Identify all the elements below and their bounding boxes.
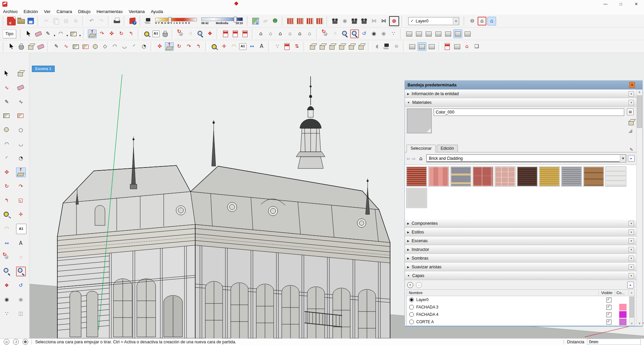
close-section-icon[interactable] [629, 229, 634, 235]
view-back-icon[interactable]: ⌂ [296, 29, 304, 38]
follow-me-icon[interactable]: ↷ [184, 42, 193, 51]
toolbar-handle[interactable] [3, 17, 5, 25]
paint-icon[interactable] [17, 42, 25, 51]
close-section-icon[interactable] [629, 100, 634, 105]
frustum-volume-icon[interactable]: ⋈ [379, 17, 388, 25]
offset-tool[interactable]: ↰ [2, 196, 12, 205]
position-camera-tool[interactable]: ◉ [2, 295, 12, 304]
user-status-icon[interactable]: ☻ [22, 339, 28, 345]
layer-row-corte-a[interactable]: CORTE A [407, 318, 629, 326]
orbit-icon[interactable] [176, 29, 185, 38]
distance-input[interactable] [587, 339, 641, 345]
texture-icon-1[interactable] [408, 42, 417, 51]
style-shaded-icon[interactable] [444, 29, 452, 38]
section-symbol-icon[interactable]: ⊖ [468, 17, 477, 25]
layer-visible-checkbox[interactable] [606, 312, 611, 317]
copy-icon[interactable] [52, 17, 61, 25]
in-model-icon[interactable] [627, 118, 634, 125]
soften-edges-icon[interactable]: ◖ [373, 42, 381, 51]
credits-status-icon[interactable]: i [13, 339, 19, 345]
text-icon[interactable]: A1 [152, 30, 160, 37]
menu-archivo[interactable]: Archivo [0, 9, 20, 14]
layer-row-corte-c[interactable]: CORTE C [407, 326, 629, 326]
weld-tool[interactable]: ∿ [2, 83, 12, 93]
eraser-icon[interactable] [36, 42, 45, 51]
section-materials[interactable]: Materiales [405, 98, 636, 107]
freehand-icon[interactable]: ∿ [62, 42, 70, 51]
close-section-icon[interactable] [629, 91, 634, 96]
zoom-extents-tool[interactable]: ❖ [2, 281, 12, 290]
tray-titlebar[interactable]: Bandeja predeterminada [405, 81, 642, 89]
three-point-arc-tool[interactable]: ◜ [2, 153, 12, 163]
arc-icon[interactable]: ◠ [56, 29, 65, 38]
zoom-window-tool[interactable] [16, 267, 26, 276]
menu-ayuda[interactable]: Ayuda [148, 9, 166, 14]
fog-icon[interactable]: ≋ [392, 42, 401, 51]
new-model-icon[interactable] [7, 17, 16, 25]
shadow-settings-icon[interactable] [144, 17, 153, 25]
view-left-icon[interactable]: ⌂ [305, 29, 314, 38]
tab-edicion[interactable]: Edición [437, 145, 458, 152]
protractor-tool[interactable]: ◠ [2, 224, 12, 233]
redo-icon[interactable]: ↷ [97, 17, 106, 25]
home-icon[interactable]: ⌂ [417, 155, 425, 162]
red-doc-icon-2[interactable] [231, 29, 240, 38]
walk-tool[interactable]: ∵ [2, 309, 12, 319]
pie-tool[interactable]: ◔ [16, 153, 26, 163]
lock-camera-icon[interactable] [350, 17, 359, 25]
close-button[interactable]: ✕ [629, 0, 644, 8]
material-brick-yellow[interactable] [539, 166, 560, 187]
toolbar-handle[interactable] [464, 17, 466, 25]
3d-text-icon[interactable]: A [257, 42, 266, 51]
axes-icon[interactable]: ✛ [220, 42, 228, 51]
reset-camera-icon[interactable] [389, 16, 399, 26]
back-arrow-icon[interactable]: ⇦ [407, 156, 410, 161]
zoom-window-icon[interactable] [350, 29, 359, 38]
menu-ventana[interactable]: Ventana [126, 9, 148, 14]
push-pull-icon[interactable] [88, 29, 97, 38]
print-icon[interactable] [113, 17, 121, 25]
material-ashlar-granite[interactable] [450, 166, 471, 187]
section-arrows-icon[interactable]: ⇅ [292, 42, 301, 51]
scroll-up-icon[interactable]: ∧ [638, 89, 641, 95]
dimension-tool[interactable]: ↔ [2, 238, 12, 248]
arc-icon[interactable]: ◠ [110, 42, 119, 51]
zoom-icon-2[interactable] [340, 29, 349, 38]
layer-dropdown[interactable]: ✓ Layer0 ▾ [408, 17, 459, 25]
close-section-icon[interactable] [629, 238, 634, 244]
text-tool[interactable]: A1 [16, 224, 26, 234]
view-iso-icon[interactable]: ⌂ [257, 29, 265, 38]
section-cut-toggle-icon[interactable]: ⌂ [487, 17, 496, 25]
tray-close-icon[interactable] [629, 82, 635, 88]
material-brick-dark[interactable] [517, 166, 538, 187]
display-pane-icon[interactable]: ▤ [627, 109, 634, 115]
close-section-icon[interactable] [629, 273, 634, 278]
texture-icon-3[interactable] [427, 42, 436, 51]
sample-paint-icon[interactable]: ◢ [627, 127, 634, 134]
toolbar-handle[interactable] [326, 17, 328, 25]
extension-icon[interactable]: ❏ [472, 42, 481, 51]
orbit-icon-2[interactable] [321, 29, 330, 38]
move-icon[interactable]: ✜ [155, 42, 164, 51]
menu-dibujo[interactable]: Dibujo [75, 9, 94, 14]
ellipse-tool[interactable]: ○ [16, 125, 26, 135]
previous-view-icon[interactable]: ↺ [360, 29, 369, 38]
follow-me-icon[interactable]: ↷ [98, 29, 106, 38]
layers-details-icon[interactable]: ▸ [627, 282, 634, 288]
add-location-icon[interactable] [251, 17, 260, 25]
view-front-icon[interactable]: ⌂ [276, 29, 285, 38]
rotate-icon[interactable]: ↻ [117, 29, 126, 38]
section-plane-tool[interactable]: ◫ [16, 309, 26, 319]
toolbar-handle[interactable] [20, 29, 22, 38]
rotate-icon[interactable]: ↻ [175, 42, 183, 51]
material-plaster-grey[interactable] [406, 188, 427, 208]
tape-measure-icon[interactable] [143, 29, 151, 38]
solid-split-icon[interactable] [357, 42, 366, 51]
column-color[interactable]: Co... [615, 291, 629, 295]
shadows-icon[interactable] [382, 42, 391, 51]
section-sombras[interactable]: Sombras [405, 254, 636, 263]
model-info-icon[interactable] [128, 17, 137, 25]
material-siding-brown[interactable] [583, 166, 604, 187]
toggle-terrain-icon[interactable]: ▱ [261, 17, 270, 25]
tape-measure-icon[interactable] [210, 42, 219, 51]
